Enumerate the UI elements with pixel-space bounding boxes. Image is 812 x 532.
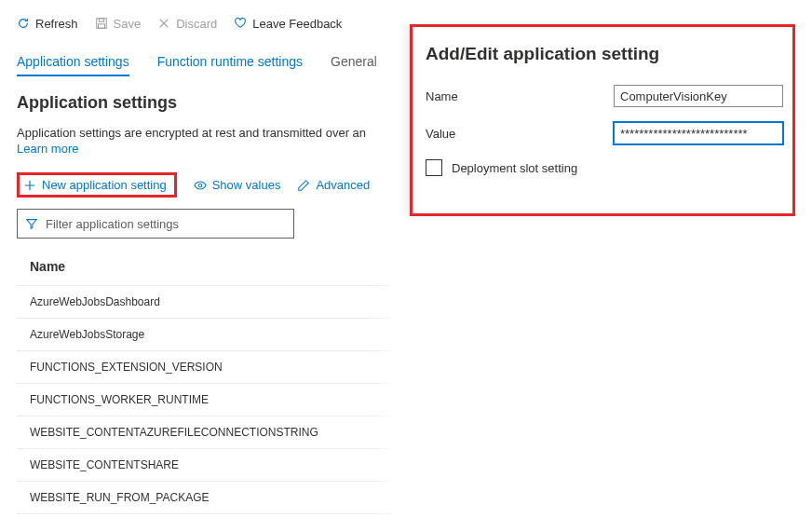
new-setting-highlight: New application setting [17, 172, 177, 198]
discard-label: Discard [176, 17, 217, 31]
add-edit-panel: Add/Edit application setting Name Value … [410, 24, 795, 216]
section-title: Application settings [17, 93, 391, 113]
eye-icon [194, 179, 207, 192]
name-label: Name [426, 89, 614, 103]
table-row[interactable]: WEBSITE_RUN_FROM_PACKAGE [17, 482, 391, 514]
save-icon [95, 17, 108, 30]
learn-more-link[interactable]: Learn more [17, 142, 78, 156]
refresh-button[interactable]: Refresh [17, 17, 78, 31]
command-bar: Refresh Save Discard Leave Feedback [17, 7, 391, 39]
advanced-label: Advanced [316, 178, 370, 192]
slot-setting-row: Deployment slot setting [426, 159, 783, 176]
filter-input[interactable] [46, 217, 286, 231]
table-row[interactable]: FUNCTIONS_WORKER_RUNTIME [17, 384, 391, 416]
save-label: Save [114, 17, 142, 31]
heart-icon [234, 17, 247, 30]
table-header-name: Name [17, 255, 391, 286]
save-button[interactable]: Save [95, 17, 142, 31]
value-input[interactable] [614, 122, 783, 144]
table-row[interactable]: WEBSITE_CONTENTAZUREFILECONNECTIONSTRING [17, 416, 391, 449]
settings-table: Name AzureWebJobsDashboardAzureWebJobsSt… [17, 255, 391, 514]
value-label: Value [426, 127, 614, 141]
table-row[interactable]: AzureWebJobsDashboard [17, 286, 391, 319]
main-content: Refresh Save Discard Leave Feedback Appl… [0, 0, 391, 514]
discard-button[interactable]: Discard [157, 17, 217, 31]
feedback-label: Leave Feedback [252, 17, 342, 31]
refresh-icon [17, 17, 30, 30]
panel-title: Add/Edit application setting [426, 44, 783, 64]
new-setting-button[interactable]: New application setting [23, 178, 167, 192]
filter-icon [25, 217, 38, 230]
table-row[interactable]: AzureWebJobsStorage [17, 319, 391, 351]
refresh-label: Refresh [35, 17, 78, 31]
slot-checkbox[interactable] [426, 159, 442, 176]
plus-icon [23, 179, 36, 192]
new-setting-label: New application setting [42, 178, 167, 192]
feedback-button[interactable]: Leave Feedback [234, 17, 342, 31]
filter-input-wrapper[interactable] [17, 209, 294, 239]
section-description: Application settings are encrypted at re… [17, 126, 391, 140]
advanced-edit-button[interactable]: Advanced [297, 178, 370, 192]
pencil-icon [297, 179, 310, 192]
table-row[interactable]: FUNCTIONS_EXTENSION_VERSION [17, 351, 391, 384]
svg-rect-1 [99, 19, 103, 22]
tab-application-settings[interactable]: Application settings [17, 54, 129, 76]
slot-label: Deployment slot setting [452, 161, 577, 175]
show-values-button[interactable]: Show values [194, 178, 281, 192]
actions-row: New application setting Show values Adva… [17, 172, 391, 198]
show-values-label: Show values [212, 178, 281, 192]
table-row[interactable]: WEBSITE_CONTENTSHARE [17, 449, 391, 482]
tab-general[interactable]: General [331, 54, 377, 76]
svg-rect-2 [98, 24, 104, 28]
tab-bar: Application settings Function runtime se… [17, 54, 391, 76]
close-icon [157, 17, 170, 30]
name-input[interactable] [614, 85, 783, 107]
svg-point-3 [198, 184, 202, 187]
value-field-row: Value [426, 122, 783, 144]
name-field-row: Name [426, 85, 783, 107]
tab-function-runtime[interactable]: Function runtime settings [157, 54, 303, 76]
